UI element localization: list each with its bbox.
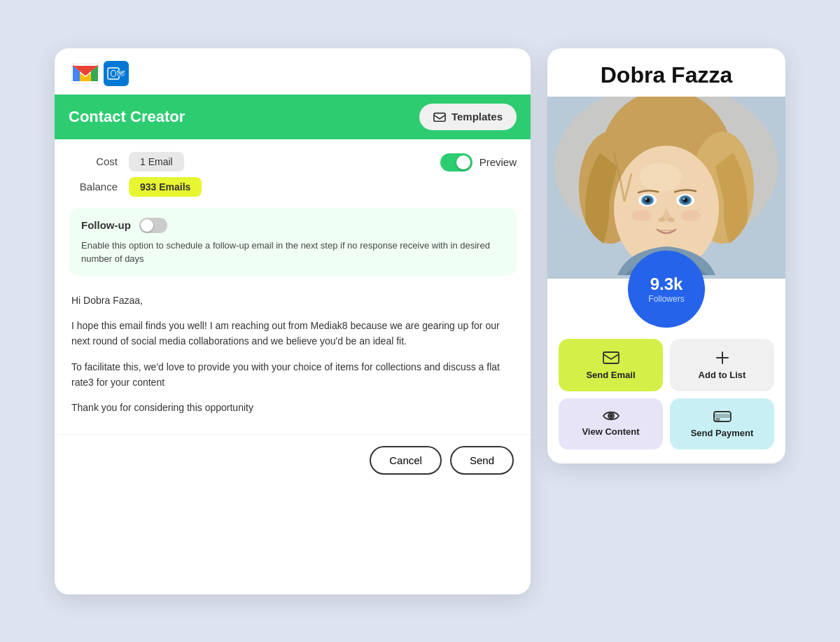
bottom-actions: Cancel Send [55, 434, 531, 489]
toggle-off-knob [141, 219, 153, 232]
send-payment-icon [713, 410, 732, 424]
followers-label: Followers [648, 294, 684, 304]
view-content-icon [603, 410, 620, 422]
preview-section: Preview [440, 149, 517, 172]
send-email-button[interactable]: Send Email [559, 339, 663, 391]
followup-description: Enable this option to schedule a follow-… [81, 239, 504, 266]
send-payment-button[interactable]: Send Payment [670, 398, 774, 449]
send-payment-label: Send Payment [691, 428, 754, 438]
send-email-icon [603, 350, 620, 365]
cost-label: Cost [69, 155, 118, 167]
email-provider-icons [55, 48, 531, 95]
view-content-label: View Content [582, 426, 639, 437]
preview-label: Preview [479, 156, 517, 168]
svg-point-26 [668, 217, 675, 222]
outlook-icon [104, 61, 129, 86]
add-to-list-label: Add to List [699, 370, 746, 380]
gmail-icon [71, 63, 99, 84]
svg-point-24 [683, 197, 685, 200]
toggle-knob [456, 155, 470, 169]
cost-value: 1 Email [129, 152, 184, 172]
cancel-button[interactable]: Cancel [370, 446, 442, 475]
followup-toggle[interactable] [139, 218, 167, 233]
svg-point-28 [681, 210, 701, 221]
profile-name: Dobra Fazza [547, 48, 785, 97]
add-list-icon [715, 350, 730, 365]
email-para1: I hope this email finds you well! I am r… [71, 318, 514, 349]
add-to-list-button[interactable]: Add to List [670, 339, 774, 391]
svg-point-25 [658, 217, 665, 222]
svg-point-31 [610, 414, 612, 417]
balance-label: Balance [69, 181, 118, 193]
followup-section: Follow-up Enable this option to schedule… [69, 208, 517, 276]
send-email-label: Send Email [586, 370, 635, 380]
cost-balance-section: Cost 1 Email Balance 933 Emails [69, 149, 202, 200]
panel-header: Contact Creator Templates [55, 95, 531, 139]
svg-point-27 [632, 210, 652, 221]
preview-toggle[interactable] [440, 153, 472, 172]
svg-point-19 [645, 197, 648, 200]
svg-rect-34 [716, 419, 720, 420]
view-content-button[interactable]: View Content [559, 398, 663, 449]
email-para3: Thank you for considering this opportuni… [71, 400, 514, 415]
svg-rect-29 [603, 352, 619, 363]
panel-title: Contact Creator [69, 108, 419, 126]
action-buttons: Send Email Add to List View Content [547, 328, 785, 449]
email-para2: To facilitate this, we'd love to provide… [71, 359, 514, 391]
svg-point-14 [640, 163, 682, 191]
svg-rect-6 [434, 113, 445, 121]
profile-card: Dobra Fazza [547, 48, 785, 463]
email-body: Hi Dobra Fazaa, I hope this email finds … [55, 284, 531, 434]
followup-label: Follow-up [81, 219, 131, 231]
contact-creator-panel: Contact Creator Templates Cost 1 Email B… [55, 48, 531, 594]
send-button[interactable]: Send [450, 446, 514, 475]
svg-rect-33 [714, 414, 731, 417]
email-greeting: Hi Dobra Fazaa, [71, 293, 514, 308]
balance-value: 933 Emails [129, 177, 202, 197]
templates-button[interactable]: Templates [419, 104, 517, 130]
svg-point-4 [111, 71, 115, 76]
followers-count: 9.3k [650, 274, 683, 294]
mail-icon [433, 111, 446, 123]
followers-circle: 9.3k Followers [628, 251, 705, 328]
